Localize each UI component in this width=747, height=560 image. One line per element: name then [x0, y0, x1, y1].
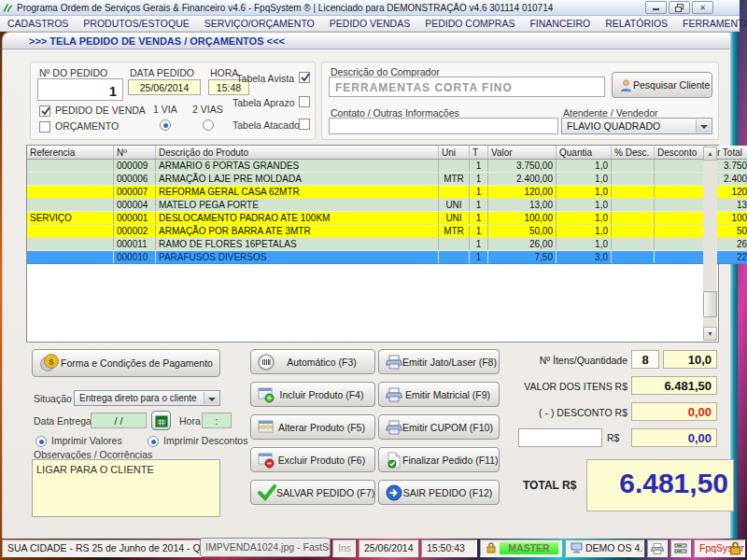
table-cell[interactable]: [612, 160, 655, 173]
table-cell[interactable]: [655, 238, 706, 251]
salvar-pedido-button[interactable]: SALVAR PEDIDO (F7): [250, 480, 375, 505]
menu-cadastros[interactable]: CADASTROS: [0, 18, 76, 29]
column-header[interactable]: Descrição do Produto: [156, 146, 439, 160]
table-cell[interactable]: 26,00: [488, 238, 557, 251]
menu-produtos-estoque[interactable]: PRODUTOS/ESTOQUE: [76, 18, 196, 29]
numero-pedido-field[interactable]: 1: [37, 78, 123, 101]
table-cell[interactable]: 2.400,00: [488, 173, 557, 186]
menu-pedido-vendas[interactable]: PEDIDO VENDAS: [322, 18, 417, 29]
statusbar-print[interactable]: [647, 539, 668, 557]
pesquisar-cliente-button[interactable]: Pesquisar Cliente: [612, 72, 712, 98]
table-cell[interactable]: [27, 199, 114, 212]
incluir-produto-button[interactable]: Incluir Produto (F4): [250, 382, 375, 407]
contato-field[interactable]: [329, 118, 558, 134]
table-cell[interactable]: [655, 251, 706, 264]
pedido-venda-checkbox[interactable]: [39, 105, 50, 117]
situacao-dropdown[interactable]: Entrega direto para o cliente: [74, 390, 220, 406]
table-cell[interactable]: 1: [470, 225, 488, 238]
table-cell[interactable]: [439, 238, 470, 251]
table-cell[interactable]: 1,0: [557, 173, 612, 186]
table-cell[interactable]: [439, 251, 470, 264]
data-entrega-field[interactable]: / /: [91, 413, 147, 428]
forma-pagamento-button[interactable]: $ Forma e Condições de Pagamento: [32, 349, 220, 377]
table-cell[interactable]: [612, 173, 655, 186]
emitir-cupom-button[interactable]: Emitir CUPOM (F10): [378, 414, 500, 440]
table-cell[interactable]: 1,0: [557, 225, 612, 238]
table-cell[interactable]: UNI: [439, 199, 470, 212]
menu-servico-orcamento[interactable]: SERVIÇO/ORÇAMENTO: [197, 18, 322, 29]
column-header[interactable]: Nº: [114, 146, 156, 160]
table-cell[interactable]: ARMAÇÃO LAJE PRE MOLDADA: [156, 173, 439, 186]
emitir-jato-button[interactable]: Emitir Jato/Laser (F8): [378, 349, 500, 374]
statusbar-network[interactable]: [670, 539, 691, 557]
table-cell[interactable]: 1: [470, 199, 488, 212]
column-header[interactable]: Quantia: [557, 146, 612, 160]
table-cell[interactable]: 1: [470, 212, 488, 225]
table-cell[interactable]: 100,00: [488, 212, 557, 225]
vendedor-dropdown[interactable]: FLAVIO QUADRADO: [561, 118, 712, 134]
calendar-button[interactable]: [151, 411, 171, 430]
table-cell[interactable]: 000007: [114, 186, 156, 199]
table-cell[interactable]: [655, 186, 706, 199]
table-cell[interactable]: [655, 199, 706, 212]
table-cell[interactable]: 1,0: [557, 160, 612, 173]
table-cell[interactable]: 000002: [114, 225, 156, 238]
scroll-up-icon[interactable]: ▲: [703, 147, 717, 161]
data-pedido-field[interactable]: 25/06/2014: [128, 79, 201, 95]
hora-entrega-field[interactable]: :: [202, 413, 232, 428]
column-header[interactable]: % Desc.: [612, 146, 655, 160]
observacoes-textarea[interactable]: LIGAR PARA O CLIENTE: [32, 459, 220, 517]
table-cell[interactable]: 1,0: [557, 238, 612, 251]
tabela-avista-checkbox[interactable]: [299, 72, 310, 83]
comprador-field[interactable]: FERRAMENTAS CORTA FINO: [329, 77, 605, 97]
table-cell[interactable]: REFORMA GERAL CASA 62MTR: [156, 186, 439, 199]
table-cell[interactable]: 000004: [114, 199, 156, 212]
automatico-button[interactable]: Automático (F3): [250, 349, 375, 374]
table-cell[interactable]: [27, 186, 114, 199]
scroll-down-icon[interactable]: ▼: [703, 327, 717, 341]
table-cell[interactable]: [612, 199, 655, 212]
table-cell[interactable]: [655, 173, 706, 186]
table-row[interactable]: 000009ARMARIO 6 PORTAS GRANDES13.750,001…: [27, 160, 747, 173]
table-cell[interactable]: 1,0: [557, 212, 612, 225]
finalizar-pedido-button[interactable]: Finalizar Pedido (F11): [378, 447, 500, 472]
table-cell[interactable]: [27, 173, 114, 186]
emitir-matricial-button[interactable]: Emitir Matricial (F9): [378, 382, 500, 407]
tabela-aprazo-checkbox[interactable]: [299, 96, 310, 107]
table-cell[interactable]: [612, 225, 655, 238]
via2-radio[interactable]: [203, 119, 214, 131]
orcamento-checkbox[interactable]: [39, 121, 50, 133]
table-cell[interactable]: [612, 212, 655, 225]
table-cell[interactable]: 3,0: [557, 251, 612, 264]
table-cell[interactable]: 50,00: [488, 225, 557, 238]
table-cell[interactable]: 000011: [114, 238, 156, 251]
table-cell[interactable]: RAMO DE FLORES 16PETALAS: [156, 238, 439, 251]
menu-ferramentas[interactable]: FERRAMENTAS: [675, 18, 747, 29]
table-row[interactable]: 000004MATELO PEGA FORTEUNI113,001,013,00: [27, 199, 747, 212]
table-cell[interactable]: [612, 186, 655, 199]
tabela-atacado-checkbox[interactable]: [299, 119, 310, 130]
table-cell[interactable]: [612, 238, 655, 251]
table-cell[interactable]: 13,00: [488, 199, 557, 212]
table-cell[interactable]: [27, 160, 114, 173]
table-row[interactable]: 000002ARMAÇÃO POR BARRA ATE 3MTRMTR150,0…: [27, 225, 747, 238]
column-header[interactable]: Desconto: [655, 146, 706, 160]
table-scrollbar[interactable]: ▲ ▼: [703, 147, 717, 341]
table-row[interactable]: 000010PARAFUSOS DIVERSOS17,503,022,50: [27, 251, 747, 264]
table-cell[interactable]: 1: [470, 160, 488, 173]
table-cell[interactable]: 000006: [114, 173, 156, 186]
imprimir-valores-radio[interactable]: [35, 436, 47, 447]
table-cell[interactable]: [655, 160, 706, 173]
menu-relatorios[interactable]: RELATÓRIOS: [598, 18, 675, 29]
menu-financeiro[interactable]: FINANCEIRO: [522, 18, 598, 29]
alterar-produto-button[interactable]: Alterar Produto (F5): [250, 414, 375, 440]
column-header[interactable]: T: [470, 146, 488, 160]
table-cell[interactable]: 3.750,00: [488, 160, 557, 173]
table-cell[interactable]: MTR: [439, 173, 470, 186]
table-cell[interactable]: [655, 212, 706, 225]
table-cell[interactable]: 000001: [114, 212, 156, 225]
table-cell[interactable]: MATELO PEGA FORTE: [156, 199, 439, 212]
table-cell[interactable]: [612, 251, 655, 264]
table-cell[interactable]: 1: [470, 186, 488, 199]
table-row[interactable]: 000007REFORMA GERAL CASA 62MTR1120,001,0…: [27, 186, 747, 199]
